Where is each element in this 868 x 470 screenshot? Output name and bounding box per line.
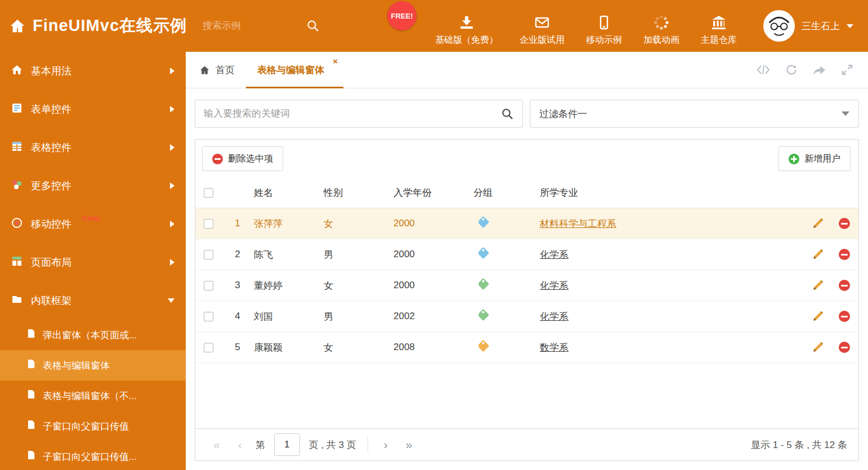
nav-item-theme-repo[interactable]: 主题仓库 <box>690 15 748 46</box>
sidebar-item-label: 表单控件 <box>31 102 71 116</box>
layout-icon <box>11 256 23 270</box>
select-all-checkbox[interactable] <box>204 188 213 198</box>
delete-row-icon[interactable] <box>830 218 858 229</box>
sidebar-subitem-child-to-parent[interactable]: 子窗口向父窗口传值 <box>0 411 186 441</box>
delete-selected-button[interactable]: 删除选中项 <box>202 146 283 171</box>
chevron-right-icon <box>170 259 175 266</box>
sidebar-subitem-label: 表格与编辑窗体（不... <box>43 390 137 402</box>
row-checkbox[interactable] <box>204 219 213 229</box>
sidebar-subitem-popup-window[interactable]: 弹出窗体（本页面或... <box>0 320 186 350</box>
sidebar-item-grid-controls[interactable]: 表格控件 <box>0 128 186 167</box>
brand[interactable]: FineUIMvc在线示例 <box>0 15 187 37</box>
row-number: 4 <box>221 311 254 322</box>
first-page-button[interactable]: « <box>204 438 229 451</box>
delete-row-icon[interactable] <box>830 311 858 322</box>
keyword-search-input[interactable] <box>204 108 501 119</box>
search-icon[interactable] <box>501 108 514 120</box>
envelope-icon <box>534 15 550 30</box>
major-link[interactable]: 材料科学与工程系 <box>540 217 804 230</box>
nav-item-basic-version[interactable]: 基础版（免费） <box>424 15 509 46</box>
filter-dropdown-value: 过滤条件一 <box>539 108 587 120</box>
refresh-icon[interactable] <box>785 64 798 76</box>
sidebar-item-page-layout[interactable]: 页面布局 <box>0 243 186 281</box>
delete-row-icon[interactable] <box>830 280 858 291</box>
cell-gender: 女 <box>324 279 393 292</box>
row-checkbox[interactable] <box>204 312 213 321</box>
sidebar-item-inline-frame[interactable]: 内联框架 <box>0 281 186 320</box>
file-icon <box>27 359 35 371</box>
header-search-input[interactable] <box>203 20 287 32</box>
sidebar-subitem-child-to-parent-2[interactable]: 子窗口向父窗口传值... <box>0 441 186 470</box>
user-name: 三生石上 <box>802 20 840 33</box>
row-checkbox[interactable] <box>204 343 213 352</box>
major-link[interactable]: 化学系 <box>540 310 804 323</box>
row-checkbox[interactable] <box>204 250 213 259</box>
sidebar-item-mobile-controls[interactable]: 移动控件 Corp. <box>0 205 186 243</box>
edit-pencil-icon[interactable] <box>804 218 830 230</box>
expand-icon[interactable] <box>841 64 853 76</box>
sidebar-subitem-grid-edit-window-2[interactable]: 表格与编辑窗体（不... <box>0 381 186 411</box>
column-header-major: 所学专业 <box>540 186 804 199</box>
edit-pencil-icon[interactable] <box>804 249 830 261</box>
sidebar-item-more-controls[interactable]: 更多控件 <box>0 167 186 205</box>
main-content: 首页 表格与编辑窗体 × <box>186 52 868 470</box>
table-row[interactable]: 5 康颖颖 女 2008 数学系 <box>195 332 858 363</box>
add-user-button[interactable]: 新增用户 <box>778 146 851 171</box>
delete-row-icon[interactable] <box>830 249 858 260</box>
sidebar-subitem-label: 子窗口向父窗口传值 <box>43 420 129 433</box>
row-number: 2 <box>221 249 254 260</box>
search-icon[interactable] <box>306 19 320 33</box>
tab-label: 表格与编辑窗体 <box>257 64 324 77</box>
sidebar-item-basic-usage[interactable]: 基本用法 <box>0 52 186 90</box>
share-icon[interactable] <box>813 64 826 76</box>
table-row[interactable]: 1 张萍萍 女 2000 材料科学与工程系 <box>195 208 858 239</box>
sidebar-item-label: 移动控件 <box>31 217 71 231</box>
source-code-icon[interactable] <box>757 64 770 76</box>
tag-icon <box>477 340 489 352</box>
nav-item-enterprise-trial[interactable]: 企业版试用 <box>509 15 575 46</box>
nav-item-mobile-demo[interactable]: 移动示例 <box>575 15 633 46</box>
major-link[interactable]: 数学系 <box>540 341 804 354</box>
major-link[interactable]: 化学系 <box>540 248 804 261</box>
column-header-name: 姓名 <box>254 186 324 199</box>
chevron-right-icon <box>170 182 175 189</box>
tab-grid-edit-window[interactable]: 表格与编辑窗体 × <box>246 52 343 88</box>
next-page-button[interactable]: › <box>375 438 397 451</box>
app-window: FineUIMvc在线示例 FREE! 基础版（免费） 企业版试用 <box>0 0 868 470</box>
row-checkbox[interactable] <box>204 281 213 290</box>
cell-gender: 男 <box>324 248 393 261</box>
edit-pencil-icon[interactable] <box>804 311 830 323</box>
prev-page-button[interactable]: ‹ <box>229 438 251 451</box>
table-row[interactable]: 4 刘国 男 2002 化学系 <box>195 301 858 332</box>
nav-label: 主题仓库 <box>701 34 737 46</box>
column-header-gender: 性别 <box>324 186 393 199</box>
page-number-input[interactable] <box>274 433 300 456</box>
table-row[interactable]: 2 陈飞 男 2000 化学系 <box>195 239 858 270</box>
sidebar-item-form-controls[interactable]: 表单控件 <box>0 90 186 128</box>
delete-row-icon[interactable] <box>830 342 858 353</box>
nav-label: 企业版试用 <box>520 34 565 46</box>
grid-toolbar: 删除选中项 新增用户 <box>195 140 858 178</box>
column-header-year: 入学年份 <box>393 186 473 199</box>
nav-item-loading-animation[interactable]: 加载动画 <box>633 15 690 46</box>
major-link[interactable]: 化学系 <box>540 279 804 292</box>
sidebar-subitem-grid-edit-window[interactable]: 表格与编辑窗体 <box>0 350 186 381</box>
avatar <box>763 10 795 42</box>
edit-pencil-icon[interactable] <box>804 280 830 292</box>
home-icon <box>199 65 210 75</box>
tab-home[interactable]: 首页 <box>188 52 246 88</box>
free-badge: FREE! <box>387 1 417 30</box>
last-page-button[interactable]: » <box>397 438 422 451</box>
chevron-down-icon <box>842 111 849 116</box>
table-row[interactable]: 3 董婷婷 女 2000 化学系 <box>195 270 858 301</box>
filter-dropdown[interactable]: 过滤条件一 <box>530 100 859 128</box>
row-number: 1 <box>221 218 254 229</box>
download-icon <box>459 15 475 30</box>
user-menu[interactable]: 三生石上 <box>763 10 868 42</box>
app-title: FineUIMvc在线示例 <box>33 15 187 37</box>
row-number: 5 <box>221 342 254 353</box>
home-icon <box>9 17 26 34</box>
edit-pencil-icon[interactable] <box>804 342 830 353</box>
sidebar-subitem-label: 弹出窗体（本页面或... <box>43 329 137 342</box>
close-icon[interactable]: × <box>333 57 338 65</box>
